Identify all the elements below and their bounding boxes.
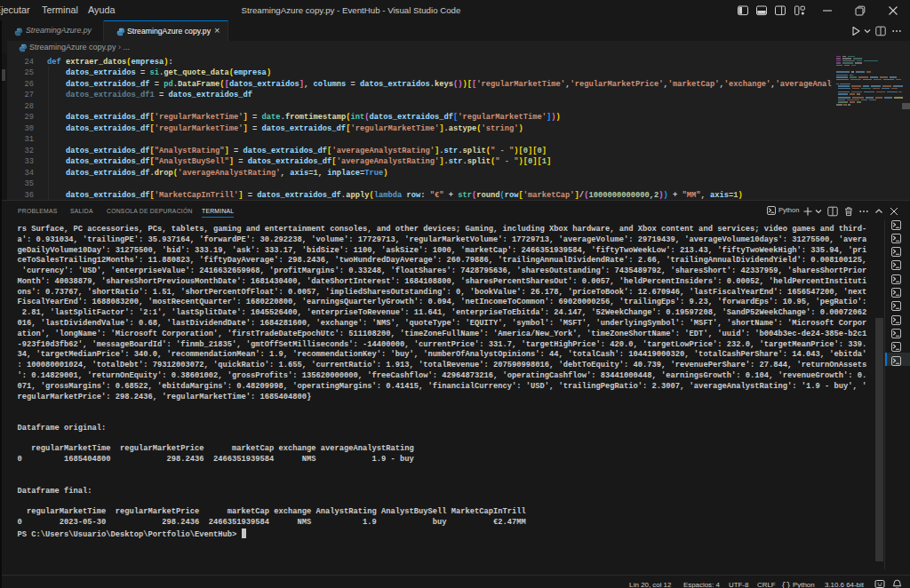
svg-text:{}: {} (781, 582, 791, 588)
